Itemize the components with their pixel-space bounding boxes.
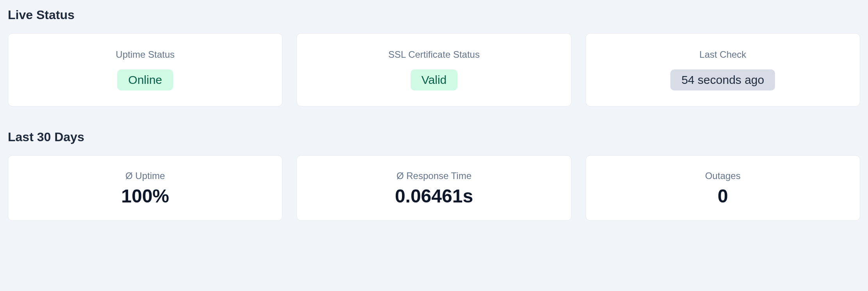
ssl-status-card: SSL Certificate Status Valid	[296, 33, 571, 106]
avg-uptime-label: Ø Uptime	[125, 170, 165, 181]
last-30-days-heading: Last 30 Days	[8, 130, 860, 144]
last-30-days-cards: Ø Uptime 100% Ø Response Time 0.06461s O…	[8, 155, 860, 221]
avg-response-value: 0.06461s	[395, 187, 473, 206]
outages-card: Outages 0	[586, 155, 860, 221]
uptime-status-badge: Online	[117, 69, 173, 90]
uptime-status-label: Uptime Status	[116, 49, 175, 60]
last-check-badge: 54 seconds ago	[670, 69, 775, 90]
outages-value: 0	[718, 187, 728, 206]
live-status-heading: Live Status	[8, 8, 860, 22]
avg-uptime-value: 100%	[121, 187, 169, 206]
avg-uptime-card: Ø Uptime 100%	[8, 155, 282, 221]
ssl-status-label: SSL Certificate Status	[388, 49, 480, 60]
last-check-label: Last Check	[699, 49, 746, 60]
ssl-status-badge: Valid	[411, 69, 457, 90]
uptime-status-card: Uptime Status Online	[8, 33, 282, 106]
avg-response-label: Ø Response Time	[396, 170, 472, 181]
live-status-cards: Uptime Status Online SSL Certificate Sta…	[8, 33, 860, 106]
last-check-card: Last Check 54 seconds ago	[586, 33, 860, 106]
avg-response-card: Ø Response Time 0.06461s	[296, 155, 571, 221]
outages-label: Outages	[705, 170, 741, 181]
